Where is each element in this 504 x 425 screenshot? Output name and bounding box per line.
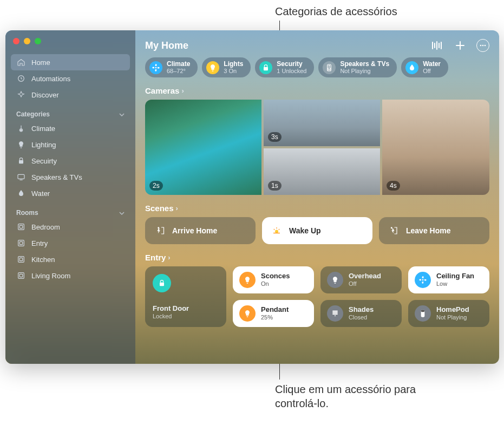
home-icon (16, 57, 26, 67)
zoom-window-button[interactable] (35, 38, 41, 44)
accessory-tile-sconces[interactable]: Sconces On (233, 266, 314, 293)
sidebar-item-home[interactable]: Home (11, 54, 130, 70)
cameras-section-header[interactable]: Cameras › (145, 86, 489, 95)
svg-rect-8 (18, 257, 24, 263)
sidebar-item-speakers-tvs[interactable]: Speakers & TVs (11, 169, 130, 185)
category-chip-water[interactable]: Water Off (401, 57, 448, 77)
camera-timestamp-badge: 4s (387, 181, 400, 191)
category-chip-security[interactable]: Security 1 Unlocked (255, 57, 314, 77)
accessory-status: Closed (349, 314, 374, 321)
sidebar-item-label: Climate (31, 125, 55, 133)
camera-timestamp-badge: 2s (149, 181, 163, 191)
lock-icon (153, 274, 171, 292)
chip-status: Not Playing (340, 68, 389, 74)
sidebar-section-label: Categories (16, 110, 50, 118)
svg-rect-3 (18, 174, 24, 179)
intercom-button[interactable] (431, 39, 444, 52)
category-chip-climate[interactable]: Climate 68–72° (145, 57, 198, 77)
svg-rect-4 (18, 224, 24, 230)
section-label: Cameras (145, 86, 179, 95)
sidebar-item-room-kitchen[interactable]: Kitchen (11, 251, 130, 267)
droplet-icon (405, 61, 418, 74)
accessory-tile-homepod[interactable]: HomePod Not Playing (408, 300, 489, 327)
sidebar-item-room-living-room[interactable]: Living Room (11, 267, 130, 284)
svg-rect-16 (264, 67, 268, 70)
accessory-name: Front Door (153, 305, 189, 313)
chevron-down-icon (119, 210, 125, 215)
lock-icon (259, 61, 272, 74)
svg-point-13 (482, 45, 484, 47)
lock-icon (16, 156, 26, 166)
sidebar-item-label: Bedroom (31, 223, 60, 231)
sidebar-section-rooms[interactable]: Rooms (11, 201, 130, 219)
tv-icon (16, 172, 26, 182)
sidebar: Home Automations Discover Categories Cli… (5, 30, 135, 364)
svg-point-24 (422, 279, 424, 281)
fan-icon (149, 61, 162, 74)
page-title: My Home (145, 40, 188, 51)
svg-point-28 (421, 310, 425, 312)
camera-tile[interactable]: 1s (264, 148, 380, 195)
accessory-tile-overhead[interactable]: Overhead Off (320, 266, 402, 293)
accessory-status: On (261, 280, 290, 287)
sidebar-item-label: Water (31, 189, 50, 198)
sidebar-section-categories[interactable]: Categories (11, 103, 130, 120)
speaker-icon (323, 61, 336, 74)
svg-point-21 (275, 230, 278, 233)
homepod-icon (415, 305, 431, 322)
bulb-icon (16, 140, 26, 149)
window-controls (13, 38, 41, 44)
annotation-top: Categorias de acessórios (275, 5, 397, 18)
sidebar-item-automations[interactable]: Automations (11, 70, 130, 87)
sunrise-icon (271, 225, 283, 237)
sidebar-item-label: Home (31, 58, 50, 67)
scene-leave-home[interactable]: Leave Home (379, 217, 489, 244)
svg-rect-23 (160, 283, 164, 286)
accessory-tile-pendant[interactable]: Pendant 25% (233, 300, 314, 327)
camera-tile[interactable]: 3s (264, 100, 380, 146)
scene-arrive-home[interactable]: Arrive Home (145, 217, 256, 244)
accessory-name: HomePod (436, 306, 469, 314)
category-chip-lights[interactable]: Lights 3 On (202, 57, 251, 77)
bulb-icon (327, 272, 343, 288)
room-icon (16, 238, 26, 248)
chevron-right-icon: › (181, 87, 184, 95)
discover-icon (16, 90, 26, 100)
svg-rect-2 (19, 160, 23, 164)
entry-section-header[interactable]: Entry › (145, 253, 489, 262)
sidebar-item-water[interactable]: Water (11, 185, 130, 201)
accessory-status: Locked (153, 313, 189, 320)
accessory-tile-front-door[interactable]: Front Door Locked (145, 266, 226, 327)
close-window-button[interactable] (13, 38, 19, 44)
main-header: My Home (135, 30, 499, 57)
sidebar-item-room-entry[interactable]: Entry (11, 235, 130, 251)
bulb-icon (206, 61, 219, 74)
scene-wake-up[interactable]: Wake Up (262, 217, 372, 244)
scenes-row: Arrive Home Wake Up Leave Home (145, 217, 489, 244)
category-chip-speakers-tvs[interactable]: Speakers & TVs Not Playing (318, 57, 397, 77)
camera-tile[interactable]: 2s (145, 100, 261, 195)
minimize-window-button[interactable] (24, 38, 30, 44)
bulb-icon (239, 272, 256, 288)
svg-rect-6 (18, 240, 24, 246)
more-button[interactable] (476, 39, 489, 52)
accessory-name: Ceiling Fan (436, 272, 474, 280)
sidebar-item-room-bedroom[interactable]: Bedroom (11, 219, 130, 235)
automations-icon (16, 74, 26, 83)
svg-point-20 (158, 227, 159, 229)
accessory-tile-ceiling-fan[interactable]: Ceiling Fan Low (408, 266, 489, 293)
accessory-status: Low (436, 280, 474, 287)
chevron-down-icon (119, 112, 125, 117)
camera-tile[interactable]: 4s (382, 100, 489, 195)
sidebar-item-secuirty[interactable]: Secuirty (11, 153, 130, 169)
add-button[interactable] (454, 39, 467, 52)
sidebar-item-discover[interactable]: Discover (11, 87, 130, 103)
accessory-tile-shades[interactable]: Shades Closed (320, 300, 402, 327)
svg-point-14 (485, 45, 486, 47)
accessory-name: Overhead (349, 272, 381, 280)
sidebar-item-lighting[interactable]: Lighting (11, 136, 130, 153)
sidebar-item-climate[interactable]: Climate (11, 120, 130, 136)
scenes-section-header[interactable]: Scenes › (145, 204, 489, 213)
chip-title: Speakers & TVs (340, 61, 389, 68)
chip-status: 3 On (224, 68, 243, 74)
